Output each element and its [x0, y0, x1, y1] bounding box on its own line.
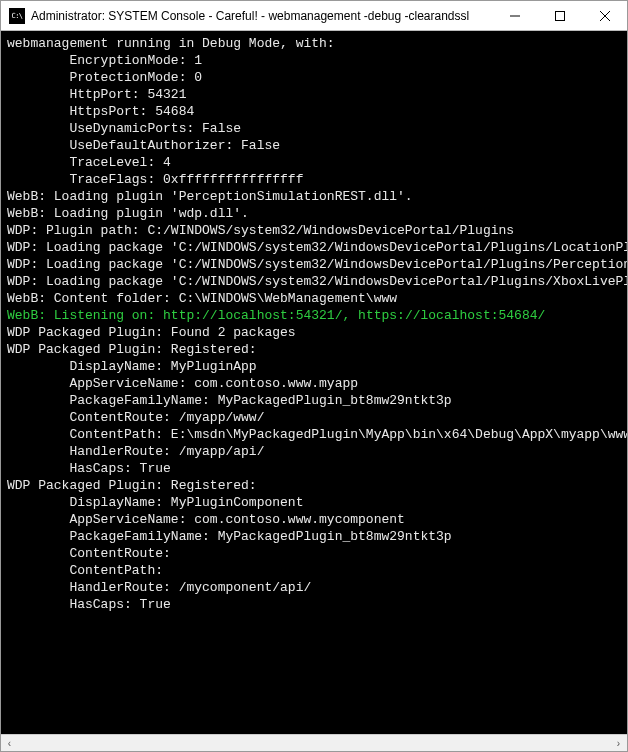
terminal-line: HasCaps: True: [7, 460, 621, 477]
terminal-line: HttpsPort: 54684: [7, 103, 621, 120]
terminal-line: UseDefaultAuthorizer: False: [7, 137, 621, 154]
terminal-line: UseDynamicPorts: False: [7, 120, 621, 137]
terminal-line: WDP: Plugin path: C:/WINDOWS/system32/Wi…: [7, 222, 621, 239]
maximize-icon: [555, 11, 565, 21]
window-title: Administrator: SYSTEM Console - Careful!…: [31, 9, 469, 23]
terminal-text: WebB: Listening on:: [7, 308, 163, 323]
terminal-line: WebB: Listening on: http://localhost:543…: [7, 307, 621, 324]
console-icon: C:\: [9, 8, 25, 24]
terminal-line: HasCaps: True: [7, 596, 621, 613]
terminal-line: WebB: Loading plugin 'PerceptionSimulati…: [7, 188, 621, 205]
close-icon: [600, 11, 610, 21]
terminal-line: webmanagement running in Debug Mode, wit…: [7, 35, 621, 52]
minimize-button[interactable]: [492, 1, 537, 31]
scroll-left-arrow[interactable]: ‹: [1, 735, 18, 752]
terminal-line: WDP Packaged Plugin: Registered:: [7, 477, 621, 494]
scroll-track[interactable]: [18, 735, 610, 752]
terminal-output: webmanagement running in Debug Mode, wit…: [1, 31, 627, 617]
terminal-line: HttpPort: 54321: [7, 86, 621, 103]
terminal-line: EncryptionMode: 1: [7, 52, 621, 69]
maximize-button[interactable]: [537, 1, 582, 31]
terminal-url: http://localhost:54321/: [163, 308, 342, 323]
terminal-line: WebB: Content folder: C:\WINDOWS\WebMana…: [7, 290, 621, 307]
terminal-line: WebB: Loading plugin 'wdp.dll'.: [7, 205, 621, 222]
terminal-line: DisplayName: MyPluginApp: [7, 358, 621, 375]
scroll-right-arrow[interactable]: ›: [610, 735, 627, 752]
terminal-viewport[interactable]: webmanagement running in Debug Mode, wit…: [1, 31, 627, 734]
terminal-line: ContentPath:: [7, 562, 621, 579]
terminal-line: PackageFamilyName: MyPackagedPlugin_bt8m…: [7, 528, 621, 545]
terminal-line: ContentRoute:: [7, 545, 621, 562]
terminal-line: TraceFlags: 0xffffffffffffffff: [7, 171, 621, 188]
terminal-line: WDP: Loading package 'C:/WINDOWS/system3…: [7, 256, 621, 273]
terminal-line: ProtectionMode: 0: [7, 69, 621, 86]
svg-rect-1: [555, 11, 564, 20]
window-titlebar[interactable]: C:\ Administrator: SYSTEM Console - Care…: [1, 1, 627, 31]
terminal-line: DisplayName: MyPluginComponent: [7, 494, 621, 511]
terminal-line: ContentRoute: /myapp/www/: [7, 409, 621, 426]
terminal-line: AppServiceName: com.contoso.www.mycompon…: [7, 511, 621, 528]
terminal-line: WDP Packaged Plugin: Found 2 packages: [7, 324, 621, 341]
terminal-line: AppServiceName: com.contoso.www.myapp: [7, 375, 621, 392]
terminal-line: ContentPath: E:\msdn\MyPackagedPlugin\My…: [7, 426, 621, 443]
terminal-line: PackageFamilyName: MyPackagedPlugin_bt8m…: [7, 392, 621, 409]
terminal-line: WDP Packaged Plugin: Registered:: [7, 341, 621, 358]
terminal-line: WDP: Loading package 'C:/WINDOWS/system3…: [7, 273, 621, 290]
horizontal-scrollbar[interactable]: ‹ ›: [1, 734, 627, 751]
terminal-text: ,: [342, 308, 358, 323]
terminal-line: HandlerRoute: /myapp/api/: [7, 443, 621, 460]
terminal-url: https://localhost:54684/: [358, 308, 545, 323]
minimize-icon: [510, 11, 520, 21]
terminal-line: WDP: Loading package 'C:/WINDOWS/system3…: [7, 239, 621, 256]
terminal-line: HandlerRoute: /mycomponent/api/: [7, 579, 621, 596]
terminal-line: TraceLevel: 4: [7, 154, 621, 171]
close-button[interactable]: [582, 1, 627, 31]
